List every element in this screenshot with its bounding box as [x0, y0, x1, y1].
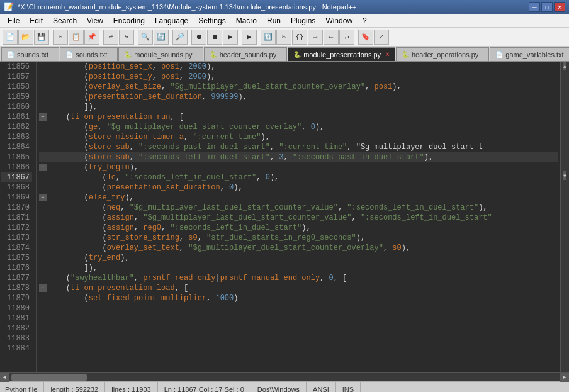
open-file-button[interactable]: 📂	[18, 30, 33, 45]
vertical-scrollbar[interactable]: ▲ ▼	[560, 62, 569, 372]
fold-marker-11883[interactable]: −	[39, 284, 47, 292]
code-text-11860: (presentation_set_duration, 999999),	[48, 92, 247, 102]
tab-icon-4: 🐍	[293, 51, 301, 58]
tab-icon-5: 🐍	[402, 51, 409, 58]
close-button[interactable]: ✕	[554, 2, 565, 12]
menu-item-plugins[interactable]: Plugins	[286, 15, 320, 26]
hscroll-left-arrow[interactable]: ◄	[0, 373, 9, 382]
tab-label-4: module_presentations.py	[303, 51, 381, 59]
code-text-11863: (ti_on_presentation_run, [	[48, 112, 184, 122]
zoom-in-button[interactable]: 🔎	[172, 30, 188, 45]
code-text-11864: (ge, "$g_multiplayer_duel_start_counter_…	[48, 122, 324, 132]
menu-item-search[interactable]: Search	[48, 15, 82, 26]
tab-icon-3: 🐍	[210, 51, 217, 58]
line-number-11857: 11857	[1, 72, 32, 82]
menu-item-run[interactable]: Run	[262, 15, 286, 26]
new-file-button[interactable]: 📄	[3, 30, 18, 45]
line-number-11866: 11866	[1, 162, 32, 172]
sync-button[interactable]: 🔃	[261, 30, 276, 45]
indent-button[interactable]: →	[308, 30, 323, 45]
paste-button[interactable]: 📌	[84, 30, 99, 45]
find-button[interactable]: 🔍	[138, 30, 153, 45]
bracket-button[interactable]: {}	[292, 30, 307, 45]
tab-game_variables-txt[interactable]: 📄game_variables.txt	[490, 47, 569, 61]
line-number-11858: 11858	[1, 82, 32, 92]
menu-item-encoding[interactable]: Encoding	[108, 15, 150, 26]
trim-button[interactable]: ✂	[276, 30, 291, 45]
code-line-11864: (ge, "$g_multiplayer_duel_start_counter_…	[39, 122, 558, 132]
scroll-up-arrow[interactable]: ▲	[563, 62, 566, 70]
horizontal-scrollbar[interactable]: ◄ ►	[0, 372, 569, 381]
menu-item-view[interactable]: View	[82, 15, 108, 26]
file-length: length : 592232	[44, 382, 105, 392]
status-bar: Python file length : 592232 lines : 1190…	[0, 381, 569, 392]
code-text-11875: (str_store_string, s0, "str_duel_starts_…	[48, 233, 365, 243]
menu-item-window[interactable]: Window	[320, 15, 358, 26]
code-area[interactable]: (position_set_x, pos1, 2000), (position_…	[37, 62, 560, 372]
tab-label-6: game_variables.txt	[505, 51, 563, 59]
editor-container: 1185611857118581185911860118611186211863…	[0, 62, 569, 372]
fold-marker-11871[interactable]: −	[39, 194, 47, 201]
run-button[interactable]: ▶	[242, 30, 257, 45]
play-button[interactable]: ▶	[223, 30, 238, 45]
line-number-11879: 11879	[1, 293, 32, 303]
mark-button[interactable]: ✓	[374, 30, 389, 45]
unindent-button[interactable]: ←	[324, 30, 339, 45]
code-text-11878: ]),	[48, 263, 98, 273]
tab-sounds-txt[interactable]: 📄sounds.txt	[60, 47, 118, 61]
menu-item-file[interactable]: File	[3, 15, 25, 26]
line-number-11875: 11875	[1, 253, 32, 263]
menu-item-edit[interactable]: Edit	[25, 15, 48, 26]
tab-header_operations-py[interactable]: 🐍header_operations.py	[396, 47, 489, 61]
code-line-11872: (neq, "$g_multiplayer_last_duel_start_co…	[39, 203, 558, 213]
bookmark-button[interactable]: 🔖	[358, 30, 373, 45]
undo-button[interactable]: ↩	[103, 30, 118, 45]
code-line-11882: ("swyhealthbar", prsntf_read_only|prsntf…	[39, 273, 558, 283]
scroll-down-arrow[interactable]: ▼	[563, 171, 566, 180]
fold-marker-11868[interactable]: −	[39, 164, 47, 171]
save-file-button[interactable]: 💾	[34, 30, 49, 45]
code-text-11873: (assign, "$g_multiplayer_last_duel_start…	[48, 213, 492, 223]
tab-module_sounds-py[interactable]: 🐍module_sounds.py	[118, 47, 203, 61]
redo-button[interactable]: ↪	[119, 30, 134, 45]
code-line-11878: ]),	[39, 263, 558, 273]
file-lines: lines : 11903	[105, 382, 157, 392]
menu-item-macro[interactable]: Macro	[231, 15, 262, 26]
cut-button[interactable]: ✂	[53, 30, 68, 45]
code-text-11883: (ti_on_presentation_load, [	[48, 283, 188, 293]
code-text-11867: (store_sub, ":seconds_left_in_duel_start…	[48, 152, 433, 162]
tab-header_sounds-py[interactable]: 🐍header_sounds.py	[204, 47, 288, 61]
line-number-11863: 11863	[1, 132, 32, 142]
hscroll-right-arrow[interactable]: ►	[560, 373, 569, 382]
code-text-11870: (presentation_set_duration, 0),	[48, 182, 243, 193]
menu-item-settings[interactable]: Settings	[193, 15, 230, 26]
minimize-button[interactable]: ─	[529, 2, 540, 12]
menu-item-?[interactable]: ?	[358, 15, 372, 26]
tab-close-4[interactable]: ×	[386, 51, 390, 58]
record-button[interactable]: ⏺	[191, 30, 206, 45]
fold-marker-11863[interactable]: −	[39, 113, 47, 121]
line-number-11876: 11876	[1, 263, 32, 273]
code-text-11871: (else_try),	[48, 193, 134, 203]
tab-sounds-txt[interactable]: 📄sounds.txt	[1, 47, 59, 61]
code-line-11874: (assign, reg0, ":seconds_left_in_duel_st…	[39, 223, 558, 233]
code-text-11856: (position_set_x, pos1, 2000),	[48, 62, 215, 72]
wrap-button[interactable]: ↵	[339, 30, 354, 45]
tab-module_presentations-py[interactable]: 🐍module_presentations.py×	[288, 47, 395, 61]
title-text: *X:\Chrome\mb_warband_module_system_1134…	[18, 3, 356, 11]
line-number-11856: 11856	[1, 62, 32, 72]
line-number-11883: 11883	[1, 333, 32, 344]
code-line-11865: (store_mission_timer_a, ":current_time")…	[39, 132, 558, 142]
menu-item-language[interactable]: Language	[150, 15, 193, 26]
code-line-11877: (try_end),	[39, 253, 558, 263]
code-text-11882: ("swyhealthbar", prsntf_read_only|prsntf…	[48, 273, 347, 283]
code-text-11858: (overlay_set_size, "$g_multiplayer_duel_…	[48, 82, 402, 92]
line-ending: Dos\Windows	[251, 382, 307, 392]
stop-button[interactable]: ⏹	[207, 30, 222, 45]
hscroll-thumb[interactable]	[11, 374, 87, 381]
line-number-11881: 11881	[1, 313, 32, 323]
replace-button[interactable]: 🔄	[154, 30, 169, 45]
maximize-button[interactable]: □	[541, 2, 553, 12]
code-text-11876: (overlay_set_text, "$g_multiplayer_duel_…	[48, 243, 410, 253]
copy-button[interactable]: 📋	[69, 30, 84, 45]
